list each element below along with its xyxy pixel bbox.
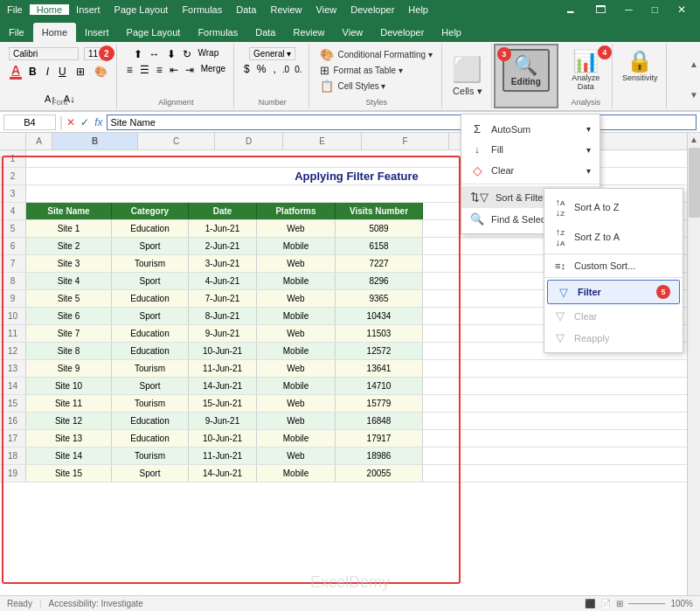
clear-btn[interactable]: ◇ Clear ▾ <box>461 159 600 182</box>
row-number[interactable]: 17 <box>0 430 26 447</box>
formula-input[interactable]: Site Name <box>107 115 697 130</box>
header-cell[interactable]: Site Name <box>26 203 112 219</box>
normal-view-btn[interactable]: ⬛ <box>585 599 595 608</box>
align-top-btn[interactable]: ⬆ <box>131 47 145 61</box>
data-cell[interactable]: 15-Jun-21 <box>189 395 257 412</box>
menu-review[interactable]: Review <box>263 4 308 15</box>
tab-view[interactable]: View <box>334 23 372 42</box>
cell-reference-box[interactable]: B4 <box>3 115 56 130</box>
currency-btn[interactable]: $ <box>241 62 253 76</box>
fill-btn[interactable]: ↓ Fill ▾ <box>461 140 600 159</box>
italic-btn[interactable]: I <box>43 64 52 80</box>
merge-center-btn[interactable]: Merge <box>198 63 228 77</box>
data-cell[interactable]: 2-Jun-21 <box>189 238 257 254</box>
data-cell[interactable]: Site 3 <box>26 255 112 272</box>
sensitivity-btn[interactable]: 🔒 Sensitivity <box>620 47 660 84</box>
data-cell[interactable]: Education <box>112 220 189 237</box>
sort-z-to-a-btn[interactable]: ↑Z↓A Sort Z to A <box>544 222 683 252</box>
data-cell[interactable]: Sport <box>112 273 189 289</box>
data-cell[interactable]: Mobile <box>257 238 336 254</box>
page-break-btn[interactable]: ⊞ <box>616 599 623 608</box>
menu-file[interactable]: File <box>0 4 30 15</box>
data-cell[interactable]: Mobile <box>257 343 336 359</box>
col-header-a[interactable]: A <box>26 133 52 149</box>
data-cell[interactable]: Site 11 <box>26 395 112 412</box>
fill-color-btn[interactable]: 🎨 <box>91 64 111 80</box>
data-cell[interactable]: Site 8 <box>26 343 112 359</box>
data-cell[interactable]: Site 7 <box>26 325 112 342</box>
data-cell[interactable]: Web <box>257 395 336 412</box>
tab-formulas[interactable]: Formulas <box>189 23 246 42</box>
underline-btn[interactable]: U <box>55 64 70 80</box>
reapply-btn[interactable]: ▽ Reapply <box>544 327 683 349</box>
format-as-table-btn[interactable]: ⊞ Format as Table ▾ <box>316 63 435 78</box>
data-cell[interactable]: Mobile <box>257 430 336 447</box>
row-number[interactable]: 19 <box>0 465 26 482</box>
data-cell[interactable]: Site 10 <box>26 378 112 394</box>
col-header-b[interactable]: B <box>52 133 138 149</box>
data-cell[interactable]: Education <box>112 290 189 307</box>
decrease-decimal-btn[interactable]: .0 <box>281 64 291 75</box>
data-cell[interactable]: 9-Jun-21 <box>189 413 257 429</box>
row-number[interactable]: 6 <box>0 238 26 254</box>
page-layout-btn[interactable]: 📄 <box>600 599 611 608</box>
data-cell[interactable]: 4-Jun-21 <box>189 273 257 289</box>
data-cell[interactable]: 14-Jun-21 <box>189 378 257 394</box>
tab-review[interactable]: Review <box>284 23 333 42</box>
data-cell[interactable]: 11-Jun-21 <box>189 448 257 464</box>
data-cell[interactable]: Site 1 <box>26 220 112 237</box>
menu-insert[interactable]: Insert <box>69 4 107 15</box>
data-cell[interactable]: Tourism <box>112 395 189 412</box>
row-number[interactable]: 7 <box>0 255 26 272</box>
analyze-data-btn[interactable]: 📊 AnalyzeData <box>570 47 601 93</box>
row-number[interactable]: 11 <box>0 325 26 342</box>
data-cell[interactable]: 7-Jun-21 <box>189 290 257 307</box>
cells-btn[interactable]: Cells ▾ <box>453 86 482 97</box>
data-cell[interactable]: Sport <box>112 308 189 324</box>
data-cell[interactable]: 6158 <box>336 238 423 254</box>
tab-data[interactable]: Data <box>246 23 284 42</box>
menu-home[interactable]: Home <box>30 4 69 15</box>
data-cell[interactable]: 1-Jun-21 <box>189 220 257 237</box>
wrap-text-btn[interactable]: Wrap <box>196 47 222 61</box>
data-cell[interactable]: Mobile <box>257 378 336 394</box>
filter-btn[interactable]: ▽ Filter 5 <box>547 280 680 304</box>
data-cell[interactable]: Site 2 <box>26 238 112 254</box>
font-name-selector[interactable]: Calibri <box>9 47 79 60</box>
align-center-btn[interactable]: ☰ <box>137 63 152 77</box>
data-cell[interactable]: Web <box>257 360 336 377</box>
data-cell[interactable]: 13641 <box>336 360 423 377</box>
data-cell[interactable]: Web <box>257 255 336 272</box>
col-header-e[interactable]: E <box>283 133 362 149</box>
window-maximize[interactable]: □ <box>645 3 665 16</box>
data-cell[interactable]: 8296 <box>336 273 423 289</box>
increase-decimal-btn[interactable]: 0. <box>293 64 303 75</box>
data-cell[interactable]: Site 15 <box>26 465 112 482</box>
window-minimize[interactable]: ─ <box>618 3 640 16</box>
row-number[interactable]: 4 <box>0 203 26 219</box>
tab-help[interactable]: Help <box>433 23 470 42</box>
autosum-btn[interactable]: Σ AutoSum ▾ <box>461 118 600 140</box>
confirm-formula-icon[interactable]: ✓ <box>80 116 89 128</box>
data-cell[interactable]: Sport <box>112 465 189 482</box>
window-close[interactable]: ✕ <box>670 3 693 16</box>
data-cell[interactable]: Site 4 <box>26 273 112 289</box>
bold-btn[interactable]: B <box>25 64 40 80</box>
header-cell[interactable]: Date <box>189 203 257 219</box>
header-cell[interactable]: Platforms <box>257 203 336 219</box>
data-cell[interactable]: Education <box>112 343 189 359</box>
align-right-btn[interactable]: ≡ <box>154 63 165 77</box>
custom-sort-btn[interactable]: ≡↕ Custom Sort... <box>544 256 683 275</box>
vertical-scrollbar[interactable]: ▲ ▼ <box>687 133 700 609</box>
row-number[interactable]: 13 <box>0 360 26 377</box>
data-cell[interactable]: Web <box>257 325 336 342</box>
ribbon-scroll-down[interactable]: ▼ <box>690 90 698 100</box>
row-number[interactable]: 2 <box>0 168 26 184</box>
number-format-selector[interactable]: General ▾ <box>249 47 295 60</box>
data-cell[interactable]: Site 9 <box>26 360 112 377</box>
comma-btn[interactable]: , <box>270 62 278 76</box>
data-cell[interactable]: 3-Jun-21 <box>189 255 257 272</box>
cell-styles-btn[interactable]: 📋 Cell Styles ▾ <box>316 79 435 94</box>
data-cell[interactable]: Sport <box>112 378 189 394</box>
row-number[interactable]: 12 <box>0 343 26 359</box>
